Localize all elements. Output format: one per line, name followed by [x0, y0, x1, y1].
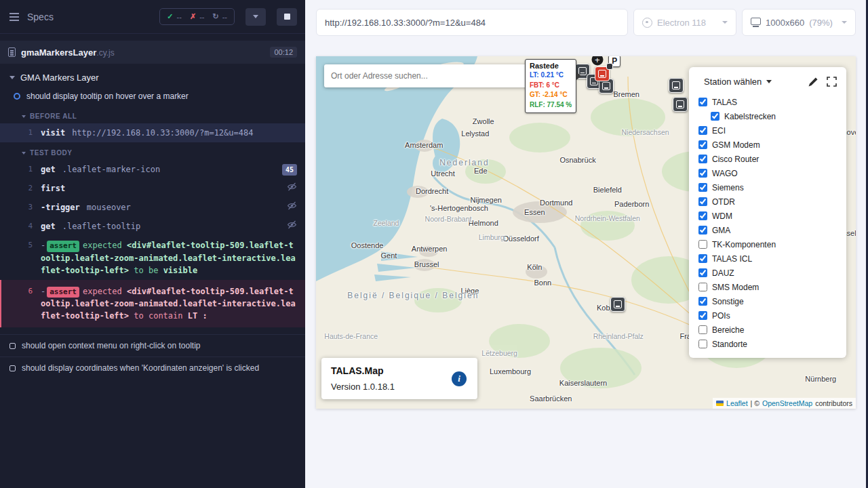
pending-test-row[interactable]: should display coordinates when 'Koordin… — [0, 357, 305, 379]
before-all-section[interactable]: BEFORE ALL — [0, 106, 305, 123]
station-filter-talas[interactable]: TALAS — [698, 95, 837, 109]
checkbox[interactable] — [698, 183, 707, 192]
command-name: -trigger — [41, 203, 80, 212]
station-filter-pois[interactable]: POIs — [698, 308, 837, 323]
info-icon[interactable]: i — [452, 371, 467, 386]
checkbox[interactable] — [698, 268, 707, 277]
station-filter-label: OTDR — [712, 197, 735, 207]
marker-tooltip[interactable]: Rastede LT: 0.21 °CFBT: 6 °CGT: -2.14 °C… — [525, 59, 576, 113]
checkbox[interactable] — [698, 226, 707, 235]
active-test-row[interactable]: should display tooltip on hover over a m… — [0, 85, 305, 106]
checkbox[interactable] — [711, 112, 719, 121]
station-filter-wdm[interactable]: WDM — [698, 209, 837, 223]
browser-label: Electron 118 — [657, 18, 706, 28]
pending-test-row[interactable]: should open context menu on right-click … — [0, 334, 305, 357]
station-filter-dauz[interactable]: DAUZ — [698, 266, 837, 280]
edit-pencil-icon[interactable] — [808, 77, 818, 87]
station-filter-eci[interactable]: ECI — [698, 123, 837, 138]
station-filter-otdr[interactable]: OTDR — [698, 195, 837, 209]
pending-tests: should open context menu on right-click … — [0, 334, 305, 379]
tooltip-measurement: LT: 0.21 °C — [530, 70, 572, 81]
child-command-dash: - — [41, 287, 45, 296]
url-input[interactable] — [325, 18, 619, 28]
station-filter-talas-icl[interactable]: TALAS ICL — [698, 251, 837, 266]
tooltip-title: Rastede — [530, 62, 572, 70]
station-filter-tk-komponenten[interactable]: TK-Komponenten — [698, 237, 837, 251]
url-bar[interactable] — [316, 9, 628, 36]
command-row[interactable]: 1 get.leaflet-marker-icon 45 — [0, 160, 305, 179]
station-filter-gma[interactable]: GMA — [698, 223, 837, 237]
station-filter-wago[interactable]: WAGO — [698, 166, 837, 180]
spec-file-row[interactable]: gmaMarkersLayer.cy.js 00:12 — [0, 41, 305, 64]
collapse-button[interactable] — [245, 8, 266, 26]
command-name: first — [41, 184, 65, 193]
checkbox[interactable] — [698, 197, 707, 206]
specs-menu-icon[interactable] — [9, 16, 19, 18]
checkbox[interactable] — [698, 169, 707, 178]
command-number: 3 — [22, 201, 33, 214]
checkbox[interactable] — [698, 126, 707, 135]
command-row[interactable]: 2 first — [0, 179, 305, 198]
checkbox[interactable] — [698, 140, 707, 149]
leaflet-link[interactable]: Leaflet — [726, 399, 748, 407]
station-marker-icon[interactable] — [610, 297, 625, 312]
command-number: 4 — [22, 220, 33, 232]
station-filter-gsm-modem[interactable]: GSM Modem — [698, 138, 837, 152]
station-filter-cisco-router[interactable]: Cisco Router — [698, 152, 837, 166]
aut-panel: Electron 118 1000x660 (79%) — [305, 0, 868, 488]
checkbox[interactable] — [698, 211, 707, 220]
alarm-marker-icon[interactable] — [595, 66, 610, 81]
command-row[interactable]: 4 get.leaflet-tooltip — [0, 217, 305, 236]
element-count-badge: 45 — [282, 164, 297, 176]
tooltip-measurement: FBT: 6 °C — [530, 81, 572, 91]
checkbox[interactable] — [698, 283, 707, 291]
checkbox[interactable] — [698, 240, 707, 249]
checkbox[interactable] — [698, 254, 707, 263]
browser-select[interactable]: Electron 118 — [633, 9, 736, 36]
plus-marker-icon[interactable]: + — [591, 56, 603, 66]
viewport-select[interactable]: 1000x660 (79%) — [742, 9, 856, 36]
search-input[interactable] — [331, 71, 538, 81]
osm-link[interactable]: OpenStreetMap — [762, 399, 812, 407]
command-number: 2 — [22, 182, 33, 195]
station-filter-sms-modem[interactable]: SMS Modem — [698, 280, 837, 294]
map-canvas[interactable]: LeeuwardenZwolleAmsterdamLelystadUtrecht… — [316, 56, 856, 409]
station-filter-label: WAGO — [712, 169, 738, 178]
station-filter-sonstige[interactable]: Sonstige — [698, 294, 837, 308]
assert-row-passed[interactable]: 5 -assertexpected <div#leaflet-tooltip-5… — [0, 236, 305, 280]
command-number: 5 — [22, 239, 33, 251]
map-search-box[interactable] — [324, 64, 545, 87]
stop-button[interactable] — [277, 8, 297, 26]
assert-message: to contain — [129, 311, 188, 321]
station-filter-bereiche[interactable]: Bereiche — [698, 323, 837, 337]
viewport-zoom: (79%) — [809, 18, 833, 28]
command-row[interactable]: 3 -triggermouseover — [0, 198, 305, 217]
cypress-reporter: Specs ✓-- ✗-- ↻-- gmaMarkersLayer.cy.js … — [0, 0, 305, 488]
pending-test-icon — [9, 343, 16, 349]
station-marker-icon[interactable] — [669, 78, 684, 93]
pending-test-icon — [9, 365, 16, 371]
station-filter-kabelstrecken[interactable]: Kabelstrecken — [711, 109, 837, 123]
suite-row[interactable]: GMA Markers Layer — [0, 64, 305, 85]
station-filter-label: Standorte — [712, 340, 747, 349]
checkbox[interactable] — [698, 340, 707, 348]
assert-row-failed[interactable]: 6 -assertexpected <div#leaflet-tooltip-5… — [0, 280, 305, 328]
station-filter-list: TALASKabelstreckenECIGSM ModemCisco Rout… — [698, 95, 837, 351]
checkbox[interactable] — [698, 311, 707, 320]
station-filter-siemens[interactable]: Siemens — [698, 180, 837, 195]
active-test-title: should display tooltip on hover over a m… — [26, 92, 189, 101]
checkbox[interactable] — [698, 155, 707, 163]
command-row-visit[interactable]: 1 visithttp://192.168.10.33:3000/?m=12&u… — [0, 123, 305, 142]
checkbox[interactable] — [698, 325, 707, 334]
station-filter-label: ECI — [712, 126, 726, 136]
checkbox[interactable] — [698, 297, 707, 306]
station-filter-standorte[interactable]: Standorte — [698, 337, 837, 351]
checkbox[interactable] — [698, 98, 707, 106]
running-test-icon — [14, 93, 20, 100]
test-body-section[interactable]: TEST BODY — [0, 142, 305, 160]
station-dropdown[interactable]: Station wählen — [704, 77, 772, 87]
test-stats: ✓-- ✗-- ↻-- — [159, 8, 235, 25]
station-filter-label: TALAS — [712, 98, 737, 107]
fullscreen-icon[interactable] — [827, 77, 837, 87]
station-marker-icon[interactable] — [673, 97, 688, 112]
